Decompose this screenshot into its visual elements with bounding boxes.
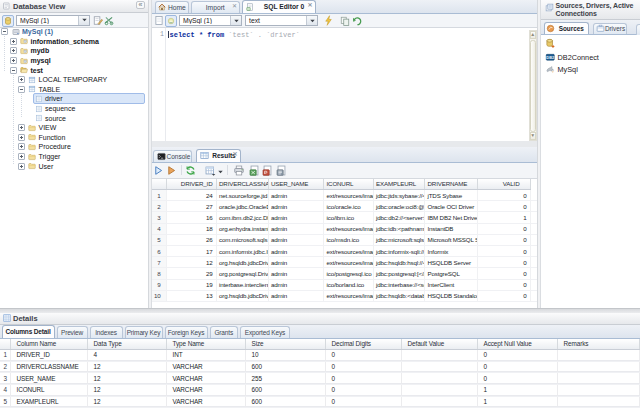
tree-node-label[interactable]: driver xyxy=(44,95,63,102)
results-grid-row[interactable]: 418org.enhydra.instantadminext/resources… xyxy=(152,224,537,235)
export-grid-icon[interactable] xyxy=(204,165,217,176)
details-grid-header[interactable]: Column NameData TypeType NameSizeDecimal… xyxy=(0,339,640,351)
editor-mode-combobox[interactable]: text xyxy=(245,15,318,26)
page-new-icon[interactable] xyxy=(154,15,164,26)
sources-tab[interactable]: Sources xyxy=(544,22,589,35)
tree-node[interactable]: User xyxy=(0,161,148,171)
refresh-green-icon[interactable] xyxy=(185,165,196,176)
bolt-icon[interactable] xyxy=(323,15,334,26)
editor-connection-combobox[interactable]: MySql (1) xyxy=(179,15,242,26)
details-tab[interactable]: Primary Key xyxy=(125,326,163,338)
tree-node[interactable]: mysql xyxy=(0,56,148,66)
disconnect-green-icon[interactable] xyxy=(104,15,114,26)
scrollbar-thumb[interactable] xyxy=(530,40,536,132)
add-source-button[interactable] xyxy=(545,38,555,48)
tree-expand-icon[interactable] xyxy=(18,163,25,170)
details-grid-row[interactable]: 4ICONURL12VARCHAR60001 xyxy=(0,385,640,397)
tree-node-label[interactable]: information_schema xyxy=(29,38,99,45)
results-grid-row[interactable]: 526com.microsoft.sqlsadminico/msdn.icojd… xyxy=(152,235,537,246)
details-tab[interactable]: Exported Keys xyxy=(240,326,290,338)
tree-node[interactable]: sequence xyxy=(0,104,148,114)
copy-pages-icon[interactable] xyxy=(340,16,350,26)
tree-node-label[interactable]: Trigger xyxy=(37,153,60,160)
details-grid-row[interactable]: 2DRIVERCLASSNAME12VARCHAR60000 xyxy=(0,362,640,374)
grid-header-cell[interactable] xyxy=(0,339,11,350)
tab-close-icon[interactable]: ✕ xyxy=(232,3,237,9)
doc-gray-icon[interactable] xyxy=(276,165,287,176)
connection-combobox[interactable]: MySql (1) xyxy=(16,15,90,26)
results-tab[interactable]: Console xyxy=(153,150,193,162)
play-blue-icon[interactable] xyxy=(153,165,164,176)
scroll-down-icon[interactable]: ▼ xyxy=(530,132,537,140)
results-grid-row[interactable]: 124net.sourceforge.jtdadminext/resources… xyxy=(152,190,537,201)
tree-expand-icon[interactable] xyxy=(10,57,17,64)
tree-node-label[interactable]: source xyxy=(44,115,67,122)
tree-node-label[interactable]: mydb xyxy=(29,47,49,54)
printer-icon[interactable] xyxy=(233,165,245,176)
tree-expand-icon[interactable] xyxy=(18,124,25,131)
details-tab[interactable]: Grants xyxy=(210,326,239,338)
grid-header-cell[interactable]: DRIVER_ID xyxy=(167,179,217,190)
connection-item[interactable]: MySql xyxy=(545,65,578,74)
orb-connect-icon[interactable] xyxy=(165,15,177,27)
export-caret-icon[interactable] xyxy=(218,170,223,174)
tab-close-icon[interactable]: ✕ xyxy=(307,2,312,8)
tree-expand-icon[interactable] xyxy=(18,134,25,141)
tree-expand-icon[interactable] xyxy=(18,76,25,83)
tree-expand-icon[interactable] xyxy=(10,38,17,45)
tree-expand-icon[interactable] xyxy=(18,153,25,160)
grid-header-cell[interactable]: Remarks xyxy=(558,339,640,350)
details-tab[interactable]: Columns Detail xyxy=(2,325,55,338)
tree-expand-icon[interactable] xyxy=(10,67,17,74)
editor-scrollbar[interactable]: ▲ ▼ xyxy=(529,30,538,141)
results-grid-row[interactable]: 1013org.hsqldb.jdbcDrivadminext/resource… xyxy=(152,291,537,302)
results-grid-row[interactable]: 316com.ibm.db2.jcc.DBadminico/ibm.icojdb… xyxy=(152,212,537,223)
tree-node-label[interactable]: Function xyxy=(37,134,65,141)
grid-header-cell[interactable]: Data Type xyxy=(88,339,167,350)
grid-header-cell[interactable]: Decimal Digits xyxy=(326,339,402,350)
details-grid-row[interactable]: 3USER_NAME12VARCHAR25500 xyxy=(0,373,640,385)
grid-header-cell[interactable]: DRIVERNAME xyxy=(425,179,478,190)
editor-tab[interactable]: SQL Editor 0 ✕ xyxy=(242,0,316,13)
tree-expand-icon[interactable] xyxy=(18,86,25,93)
editor-tab[interactable]: Import ✕ xyxy=(191,1,241,13)
sources-tab[interactable]: Drivers xyxy=(593,23,627,35)
tree-node-label[interactable]: MySql (1) xyxy=(21,28,54,35)
grid-header-cell[interactable] xyxy=(152,179,167,190)
redo-green-icon[interactable] xyxy=(352,16,362,26)
grid-header-cell[interactable]: USER_NAME xyxy=(269,179,325,190)
combo-arrow-icon[interactable] xyxy=(306,16,317,25)
scroll-up-icon[interactable]: ▲ xyxy=(530,31,537,39)
results-grid-row[interactable]: 617com.informix.jdbc.Ifadminext/resource… xyxy=(152,246,537,257)
grid-header-cell[interactable]: Default Value xyxy=(402,339,478,350)
tree-node-label[interactable]: mysql xyxy=(29,57,51,64)
play-orange-icon[interactable] xyxy=(166,165,177,176)
grid-header-cell[interactable]: ICONURL xyxy=(324,179,374,190)
grid-header-cell[interactable]: VALID xyxy=(478,179,531,190)
doc-red-icon[interactable] xyxy=(262,165,273,176)
tree-node-label[interactable]: sequence xyxy=(44,105,76,112)
tree-node-inner[interactable]: User xyxy=(26,161,145,172)
grid-header-cell[interactable]: Accept Null Value xyxy=(478,339,558,350)
tab-close-icon[interactable]: ✕ xyxy=(232,151,237,157)
combo-arrow-icon[interactable] xyxy=(230,16,241,25)
tree-node[interactable]: Trigger xyxy=(0,152,148,162)
hidden-tab-sliver[interactable] xyxy=(636,24,640,36)
results-grid-row[interactable]: 712org.hsqldb.jdbcDrivadminext/resources… xyxy=(152,257,537,268)
details-grid-row[interactable]: 5EXAMPLEURL12VARCHAR60001 xyxy=(0,397,640,408)
tree-expand-icon[interactable] xyxy=(1,28,8,35)
tree-expand-icon[interactable] xyxy=(10,47,17,54)
results-grid-header[interactable]: DRIVER_IDDRIVERCLASSNAMEUSER_NAMEICONURL… xyxy=(152,179,531,191)
collapse-panel-button[interactable]: « xyxy=(136,1,145,9)
tree-node-label[interactable]: test xyxy=(29,67,43,74)
grid-header-cell[interactable]: Column Name xyxy=(11,339,88,350)
tree-node-label[interactable]: VIEW xyxy=(37,124,56,131)
details-tab[interactable]: Indexes xyxy=(90,326,123,338)
tree-node-label[interactable]: User xyxy=(37,163,53,170)
edit-note-icon[interactable] xyxy=(93,15,103,26)
tree-expand-icon[interactable] xyxy=(18,143,25,150)
grid-header-cell[interactable]: Type Name xyxy=(167,339,246,350)
combo-arrow-icon[interactable] xyxy=(78,16,89,25)
details-tab[interactable]: Preview xyxy=(57,326,88,338)
grid-header-cell[interactable]: DRIVERCLASSNAME xyxy=(217,179,269,190)
